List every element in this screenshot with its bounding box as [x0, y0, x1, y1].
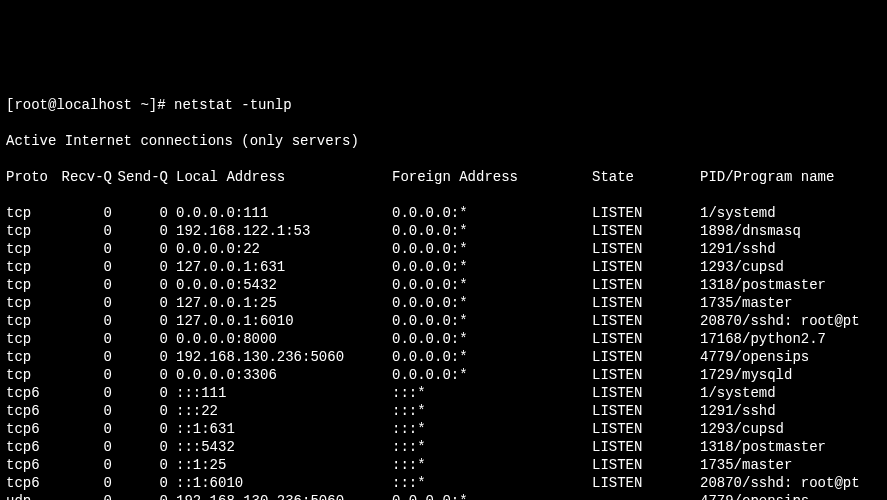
cell-recvq: 0: [56, 330, 112, 348]
cell-recvq: 0: [56, 348, 112, 366]
table-row: tcp600:::22:::*LISTEN1291/sshd: [6, 402, 881, 420]
col-state: State: [592, 168, 700, 186]
cell-foreign: 0.0.0.0:*: [392, 222, 592, 240]
shell-prompt: [root@localhost ~]#: [6, 97, 174, 113]
cell-prog: 1735/master: [700, 294, 792, 312]
cell-local: 192.168.122.1:53: [168, 222, 392, 240]
cell-sendq: 0: [112, 474, 168, 492]
cell-prog: 1318/postmaster: [700, 438, 826, 456]
cell-foreign: 0.0.0.0:*: [392, 366, 592, 384]
cell-state: LISTEN: [592, 402, 700, 420]
cell-foreign: :::*: [392, 456, 592, 474]
table-row: tcp00192.168.122.1:530.0.0.0:*LISTEN1898…: [6, 222, 881, 240]
cell-sendq: 0: [112, 204, 168, 222]
cell-proto: tcp6: [6, 402, 56, 420]
col-prog: PID/Program name: [700, 168, 834, 186]
cell-foreign: :::*: [392, 474, 592, 492]
cell-prog: 1729/mysqld: [700, 366, 792, 384]
table-row: tcp600::1:631:::*LISTEN1293/cupsd: [6, 420, 881, 438]
cell-state: LISTEN: [592, 204, 700, 222]
cell-sendq: 0: [112, 420, 168, 438]
cell-state: LISTEN: [592, 366, 700, 384]
cell-proto: tcp: [6, 348, 56, 366]
cell-recvq: 0: [56, 222, 112, 240]
cell-recvq: 0: [56, 366, 112, 384]
cell-foreign: 0.0.0.0:*: [392, 312, 592, 330]
table-row: tcp000.0.0.0:80000.0.0.0:*LISTEN17168/py…: [6, 330, 881, 348]
cell-foreign: 0.0.0.0:*: [392, 240, 592, 258]
cell-prog: 1/systemd: [700, 384, 776, 402]
cell-sendq: 0: [112, 258, 168, 276]
cell-local: 0.0.0.0:22: [168, 240, 392, 258]
cell-foreign: :::*: [392, 402, 592, 420]
cell-state: LISTEN: [592, 420, 700, 438]
cell-proto: tcp: [6, 294, 56, 312]
cell-sendq: 0: [112, 222, 168, 240]
table-row: tcp00127.0.0.1:60100.0.0.0:*LISTEN20870/…: [6, 312, 881, 330]
prompt-line: [root@localhost ~]# netstat -tunlp: [6, 96, 881, 114]
cell-prog: 1293/cupsd: [700, 258, 784, 276]
cell-state: LISTEN: [592, 348, 700, 366]
table-row: udp00192.168.130.236:50600.0.0.0:*4779/o…: [6, 492, 881, 500]
cell-local: 192.168.130.236:5060: [168, 348, 392, 366]
table-row: tcp600:::5432:::*LISTEN1318/postmaster: [6, 438, 881, 456]
cell-local: ::1:631: [168, 420, 392, 438]
cell-recvq: 0: [56, 456, 112, 474]
cell-prog: 17168/python2.7: [700, 330, 826, 348]
cell-foreign: :::*: [392, 438, 592, 456]
cell-state: LISTEN: [592, 330, 700, 348]
cell-foreign: 0.0.0.0:*: [392, 492, 592, 500]
table-row: tcp00192.168.130.236:50600.0.0.0:*LISTEN…: [6, 348, 881, 366]
cell-prog: 1/systemd: [700, 204, 776, 222]
cell-state: LISTEN: [592, 276, 700, 294]
cell-foreign: :::*: [392, 420, 592, 438]
cell-prog: 20870/sshd: root@pt: [700, 312, 860, 330]
cell-recvq: 0: [56, 276, 112, 294]
cell-proto: tcp6: [6, 420, 56, 438]
cell-recvq: 0: [56, 240, 112, 258]
cell-proto: tcp: [6, 366, 56, 384]
cell-state: LISTEN: [592, 312, 700, 330]
cell-proto: tcp6: [6, 438, 56, 456]
cell-local: :::5432: [168, 438, 392, 456]
cell-proto: udp: [6, 492, 56, 500]
cell-local: 0.0.0.0:3306: [168, 366, 392, 384]
cell-local: ::1:25: [168, 456, 392, 474]
cell-sendq: 0: [112, 348, 168, 366]
cell-state: LISTEN: [592, 438, 700, 456]
cell-foreign: 0.0.0.0:*: [392, 204, 592, 222]
cell-state: LISTEN: [592, 384, 700, 402]
terminal-output: [root@localhost ~]# netstat -tunlp Activ…: [6, 78, 881, 500]
cell-sendq: 0: [112, 312, 168, 330]
cell-state: LISTEN: [592, 240, 700, 258]
cell-local: 0.0.0.0:5432: [168, 276, 392, 294]
table-row: tcp000.0.0.0:54320.0.0.0:*LISTEN1318/pos…: [6, 276, 881, 294]
cell-recvq: 0: [56, 402, 112, 420]
cell-local: :::22: [168, 402, 392, 420]
command-text: netstat -tunlp: [174, 97, 292, 113]
cell-prog: 1291/sshd: [700, 402, 776, 420]
cell-local: 0.0.0.0:8000: [168, 330, 392, 348]
cell-recvq: 0: [56, 492, 112, 500]
cell-recvq: 0: [56, 420, 112, 438]
table-row: tcp600::1:6010:::*LISTEN20870/sshd: root…: [6, 474, 881, 492]
cell-sendq: 0: [112, 384, 168, 402]
col-local: Local Address: [168, 168, 392, 186]
cell-local: 192.168.130.236:5060: [168, 492, 392, 500]
cell-sendq: 0: [112, 276, 168, 294]
cell-proto: tcp: [6, 312, 56, 330]
table-row: tcp000.0.0.0:220.0.0.0:*LISTEN1291/sshd: [6, 240, 881, 258]
header-active: Active Internet connections (only server…: [6, 132, 881, 150]
cell-proto: tcp: [6, 222, 56, 240]
col-recvq: Recv-Q: [56, 168, 112, 186]
cell-recvq: 0: [56, 294, 112, 312]
cell-foreign: :::*: [392, 384, 592, 402]
table-row: tcp00127.0.0.1:250.0.0.0:*LISTEN1735/mas…: [6, 294, 881, 312]
cell-prog: 1291/sshd: [700, 240, 776, 258]
cell-state: LISTEN: [592, 258, 700, 276]
table-row: tcp00127.0.0.1:6310.0.0.0:*LISTEN1293/cu…: [6, 258, 881, 276]
cell-local: :::111: [168, 384, 392, 402]
cell-prog: 1735/master: [700, 456, 792, 474]
cell-local: ::1:6010: [168, 474, 392, 492]
cell-state: LISTEN: [592, 222, 700, 240]
